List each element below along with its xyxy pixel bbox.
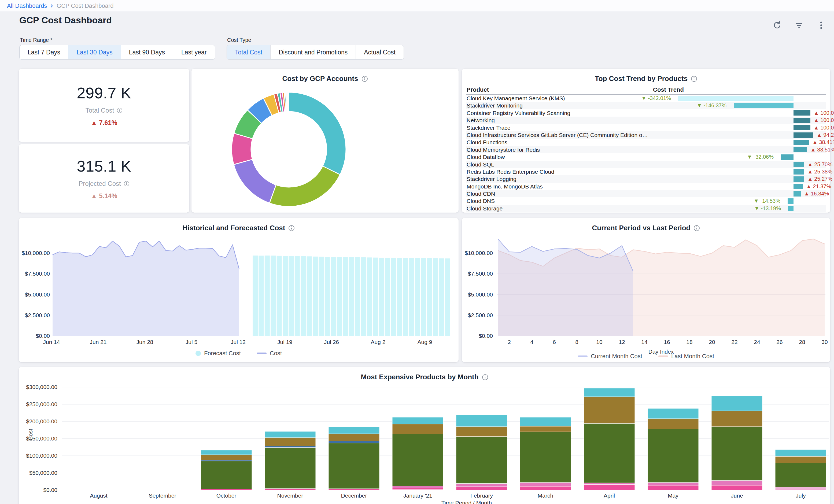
stack-segment-olive-green[interactable] xyxy=(775,463,826,487)
stack-segment-brown[interactable] xyxy=(648,419,699,429)
stack-segment-pink-medium[interactable] xyxy=(775,487,826,489)
stack-segment-pink-bright[interactable] xyxy=(392,488,443,489)
stack-segment-pink-bright[interactable] xyxy=(201,489,252,490)
stack-segment-dark-blue[interactable] xyxy=(329,441,379,443)
product-cell: Cloud CDN xyxy=(466,190,649,197)
trend-value: ▼ -342.01% xyxy=(641,95,671,102)
stack-segment-olive-green[interactable] xyxy=(648,429,699,483)
historical-forecast-card: Historical and Forecasted Cost $0.00$2,5… xyxy=(19,218,459,362)
stack-segment-cyan[interactable] xyxy=(265,431,316,438)
stack-segment-olive-green[interactable] xyxy=(456,436,507,483)
stack-segment-olive-green[interactable] xyxy=(711,426,762,480)
product-cell: Stackdriver Trace xyxy=(466,124,649,131)
info-icon[interactable] xyxy=(117,108,123,113)
stack-segment-olive-green[interactable] xyxy=(584,423,635,483)
stack-segment-pink-light[interactable] xyxy=(775,489,826,490)
cost-by-gcp-accounts-card: Cost by GCP Accounts prod-setup-205416 3… xyxy=(192,69,459,213)
svg-text:July: July xyxy=(796,492,806,499)
trend-cell: ▲ 33.51% xyxy=(649,146,826,153)
donut-slice[interactable] xyxy=(288,92,289,111)
donut-slice[interactable] xyxy=(289,92,346,175)
svg-text:Aug 9: Aug 9 xyxy=(418,339,432,345)
stack-segment-pink-medium[interactable] xyxy=(520,483,571,486)
stack-segment-cyan[interactable] xyxy=(456,415,507,427)
trend-bar xyxy=(793,125,810,130)
cost-type-option-discount-and-promotions[interactable]: Discount and Promotions xyxy=(270,45,356,59)
cost-type-option-total-cost[interactable]: Total Cost xyxy=(227,45,270,59)
info-icon[interactable] xyxy=(124,181,130,187)
cost-type-option-actual-cost[interactable]: Actual Cost xyxy=(356,45,403,59)
stack-segment-pink-medium[interactable] xyxy=(584,483,635,484)
stack-segment-olive-green[interactable] xyxy=(265,447,316,488)
stack-segment-cyan[interactable] xyxy=(648,408,699,418)
cost-trend-table: Product Cost Trend Cloud Key Management … xyxy=(466,85,826,211)
stack-segment-brown[interactable] xyxy=(520,426,571,432)
stack-segment-pink-bright[interactable] xyxy=(265,488,316,490)
stack-segment-pink-bright[interactable] xyxy=(648,485,699,490)
stack-segment-cyan[interactable] xyxy=(775,450,826,457)
stack-segment-dark-blue[interactable] xyxy=(201,460,252,461)
stack-segment-olive-green[interactable] xyxy=(201,461,252,489)
svg-text:June: June xyxy=(731,492,743,499)
stack-segment-cyan[interactable] xyxy=(711,396,762,411)
stack-segment-pink-bright[interactable] xyxy=(520,486,571,490)
stack-segment-brown[interactable] xyxy=(456,426,507,436)
legend-item-forecast-cost[interactable]: Forecast Cost xyxy=(196,350,241,357)
stack-segment-brown[interactable] xyxy=(329,434,379,441)
legend-item-cost[interactable]: Cost xyxy=(257,350,282,357)
stack-segment-olive-green[interactable] xyxy=(329,443,379,489)
stack-segment-pink-medium[interactable] xyxy=(456,484,507,487)
time-range-option-last-90-days[interactable]: Last 90 Days xyxy=(121,45,173,59)
trend-value: ▲ 33.51% xyxy=(810,146,834,153)
trend-bar xyxy=(788,198,793,204)
trend-value: ▲ 100.00% xyxy=(814,109,834,117)
donut-slice[interactable] xyxy=(269,166,340,206)
stack-segment-pink-bright[interactable] xyxy=(456,487,507,490)
trend-value: ▲ 25.38% xyxy=(808,168,832,175)
product-cell: Container Registry Vulnerability Scannin… xyxy=(466,109,649,117)
stack-segment-pink-medium[interactable] xyxy=(711,480,762,485)
stack-segment-brown[interactable] xyxy=(775,457,826,463)
stack-segment-brown[interactable] xyxy=(711,411,762,426)
stack-segment-brown[interactable] xyxy=(201,455,252,460)
legend-item-last-month-cost[interactable]: Last Month Cost xyxy=(658,353,714,360)
trend-cell: ▼ -146.37% xyxy=(649,102,826,109)
donut-slice[interactable] xyxy=(234,159,276,203)
stack-segment-cyan[interactable] xyxy=(584,388,635,397)
legend-label: Current Month Cost xyxy=(591,353,642,360)
svg-text:May: May xyxy=(668,492,678,499)
breadcrumb-all-dashboards-link[interactable]: All Dashboards xyxy=(7,2,47,9)
kebab-menu-icon[interactable] xyxy=(816,20,826,30)
info-icon[interactable] xyxy=(691,75,697,82)
stack-segment-dark-blue[interactable] xyxy=(265,446,316,448)
time-range-option-last-year[interactable]: Last year xyxy=(173,45,215,59)
breadcrumb-current: GCP Cost Dashboard xyxy=(57,2,113,9)
stack-segment-pink-bright[interactable] xyxy=(329,489,379,490)
stack-segment-brown[interactable] xyxy=(584,397,635,423)
stack-segment-cyan[interactable] xyxy=(392,417,443,424)
stack-segment-pink-bright[interactable] xyxy=(711,485,762,490)
stack-segment-cyan[interactable] xyxy=(329,427,379,434)
svg-text:$10,000.00: $10,000.00 xyxy=(465,250,493,256)
stack-segment-olive-green[interactable] xyxy=(520,432,571,482)
stack-segment-cyan[interactable] xyxy=(520,417,571,426)
svg-text:$5,000.00: $5,000.00 xyxy=(468,291,493,298)
stack-segment-olive-green[interactable] xyxy=(392,434,443,486)
time-range-option-last-30-days[interactable]: Last 30 Days xyxy=(68,45,121,59)
stack-segment-pink-bright[interactable] xyxy=(584,485,635,490)
svg-text:$10,000.00: $10,000.00 xyxy=(22,250,50,256)
filter-icon[interactable] xyxy=(794,20,804,30)
time-range-option-last-7-days[interactable]: Last 7 Days xyxy=(20,45,68,59)
breadcrumb: All Dashboards GCP Cost Dashboard xyxy=(0,0,834,12)
product-cell: MongoDB Inc. MongoDB Atlas xyxy=(466,183,649,190)
svg-text:December: December xyxy=(341,492,367,499)
svg-text:10: 10 xyxy=(596,339,602,345)
legend-item-current-month-cost[interactable]: Current Month Cost xyxy=(578,353,642,360)
refresh-icon[interactable] xyxy=(772,20,782,30)
stack-segment-cyan[interactable] xyxy=(201,451,252,455)
stack-segment-pink-medium[interactable] xyxy=(392,486,443,488)
svg-text:16: 16 xyxy=(664,339,670,345)
stack-segment-brown[interactable] xyxy=(265,438,316,446)
stack-segment-brown[interactable] xyxy=(392,424,443,434)
stack-segment-pink-medium[interactable] xyxy=(648,483,699,485)
